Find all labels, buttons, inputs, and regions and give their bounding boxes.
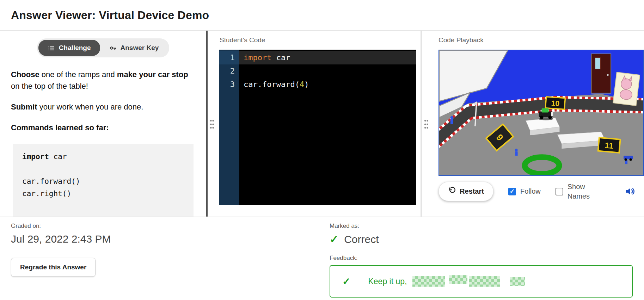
redacted-name-pixelation — [412, 276, 445, 287]
pane-divider[interactable] — [206, 31, 217, 217]
feedback-check-icon: ✓ — [342, 276, 350, 287]
assignment-pane: Challenge Answer Key Choose one of the r… — [0, 31, 206, 217]
instruction-paragraph: Commands learned so far: — [11, 122, 193, 133]
drag-handle-icon[interactable] — [209, 118, 214, 129]
pane-divider[interactable] — [421, 31, 431, 217]
code-token: car.forward( — [244, 80, 300, 89]
graded-on-value: Jul 29, 2022 2:43 PM — [11, 233, 330, 245]
code-line: 2 — [219, 64, 416, 78]
main-panels: Challenge Answer Key Choose one of the r… — [0, 31, 644, 217]
code-line: 3 car.forward(4) — [219, 78, 416, 91]
show-names-toggle[interactable]: Show Names — [556, 182, 594, 201]
code-token: ) — [304, 80, 309, 89]
page-title: Answer Viewer: Virtual Device Demo — [11, 9, 209, 22]
door-icon — [591, 54, 611, 93]
tab-challenge[interactable]: Challenge — [38, 40, 100, 56]
playback-viewport[interactable]: 10 9 — [438, 50, 644, 176]
show-names-label: Show Names — [568, 182, 594, 201]
instruction-paragraph: Submit your work when you are done. — [11, 101, 193, 113]
instruction-bold: Commands learned so far: — [11, 123, 109, 132]
redacted-name-pixelation — [449, 275, 467, 284]
sample-code-line: car.right() — [22, 189, 184, 202]
graded-on-block: Graded on: Jul 29, 2022 2:43 PM Regrade … — [11, 223, 330, 300]
sample-code-line: car.forward() — [22, 177, 184, 189]
playback-pane: Code Playback — [431, 31, 644, 217]
sample-code-line — [22, 165, 184, 177]
code-editor[interactable]: 1 import car 2 3 car.forward(4) — [219, 50, 416, 205]
virtual-world-scene: 10 9 — [439, 50, 643, 175]
feedback-label: Feedback: — [330, 255, 633, 262]
follow-label: Follow — [520, 187, 541, 195]
instruction-paragraph: Choose one of the ramps and make your ca… — [11, 69, 193, 92]
restart-icon — [448, 187, 456, 196]
checkbox-check-icon: ✓ — [510, 188, 515, 194]
marked-as-value: Correct — [344, 233, 379, 245]
ramp-plate-11: 11 — [598, 138, 620, 153]
svg-text:10: 10 — [551, 99, 560, 108]
sample-keyword: import — [22, 152, 49, 161]
number-token: 4 — [300, 80, 304, 89]
student-code-pane: Student's Code 1 import car 2 3 car.forw… — [217, 31, 421, 217]
show-names-checkbox[interactable] — [556, 188, 563, 195]
tab-challenge-label: Challenge — [59, 44, 91, 52]
code-token: car — [271, 53, 290, 62]
code-text: car.forward(4) — [239, 78, 416, 91]
line-number: 3 — [219, 78, 239, 91]
grading-section: Graded on: Jul 29, 2022 2:43 PM Regrade … — [0, 217, 644, 300]
cat-poster-icon — [613, 72, 640, 106]
graded-on-label: Graded on: — [11, 223, 330, 230]
tab-answer-key-label: Answer Key — [121, 44, 159, 52]
drag-handle-icon[interactable] — [424, 118, 428, 129]
key-icon — [109, 44, 117, 52]
svg-text:11: 11 — [605, 140, 614, 150]
header: Answer Viewer: Virtual Device Demo — [0, 0, 644, 31]
correct-check-icon: ✓ — [330, 233, 338, 245]
marked-as-label: Marked as: — [330, 223, 633, 230]
code-text — [239, 64, 416, 78]
challenge-instructions: Choose one of the ramps and make your ca… — [0, 57, 206, 133]
instruction-bold: make your car stop — [117, 70, 188, 79]
feedback-text: Keep it up, — [368, 277, 407, 286]
restart-button[interactable]: Restart — [438, 182, 493, 201]
instruction-bold: Choose — [11, 70, 39, 79]
tab-toggle: Challenge Answer Key — [37, 38, 170, 57]
marked-as-value-row: ✓ Correct — [330, 233, 633, 245]
answer-viewer-page: Answer Viewer: Virtual Device Demo Chall… — [0, 0, 644, 300]
list-icon — [48, 44, 55, 52]
commands-code-block: import car car.forward() car.right() — [13, 144, 194, 217]
ramp-plate-10: 10 — [545, 97, 565, 110]
instruction-bold: Submit — [11, 102, 37, 111]
code-line: 1 import car — [219, 51, 416, 64]
redacted-name-pixelation — [469, 276, 500, 287]
regrade-button[interactable]: Regrade this Answer — [11, 258, 96, 277]
line-number: 2 — [219, 64, 239, 78]
sample-code-line: import car — [22, 152, 184, 165]
instruction-text: your work when you are done. — [37, 102, 143, 111]
feedback-box: ✓ Keep it up, — [330, 265, 633, 298]
instruction-text: one of the ramps and — [39, 70, 117, 79]
code-text: import car — [239, 51, 416, 64]
code-playback-label: Code Playback — [438, 36, 644, 44]
line-number: 1 — [219, 51, 239, 64]
restart-label: Restart — [460, 187, 484, 195]
students-code-label: Student's Code — [220, 36, 416, 44]
keyword-token: import — [244, 53, 271, 62]
redacted-name-pixelation — [510, 277, 525, 286]
volume-icon[interactable] — [625, 186, 636, 197]
follow-toggle[interactable]: ✓ Follow — [508, 187, 541, 195]
follow-checkbox[interactable]: ✓ — [508, 188, 516, 195]
instruction-text: on the top of the table! — [11, 82, 88, 90]
sample-text: car — [49, 152, 67, 161]
playback-controls: Restart ✓ Follow Show Names — [438, 182, 636, 201]
marked-as-block: Marked as: ✓ Correct Feedback: ✓ Keep it… — [330, 223, 633, 300]
tab-answer-key[interactable]: Answer Key — [100, 40, 168, 56]
